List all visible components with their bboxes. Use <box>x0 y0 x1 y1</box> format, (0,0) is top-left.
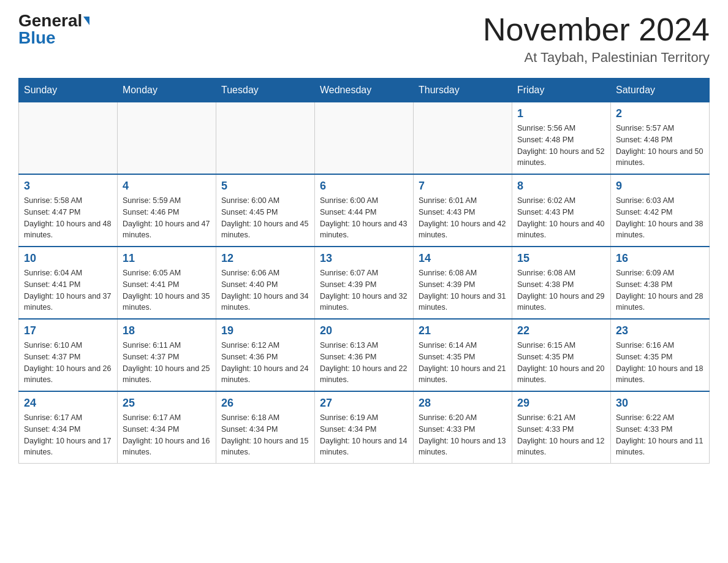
day-number: 10 <box>24 252 112 265</box>
calendar-week-row: 10Sunrise: 6:04 AMSunset: 4:41 PMDayligh… <box>19 247 710 319</box>
day-number: 17 <box>24 324 112 337</box>
calendar-cell: 3Sunrise: 5:58 AMSunset: 4:47 PMDaylight… <box>19 174 118 247</box>
day-info: Sunrise: 6:20 AMSunset: 4:33 PMDaylight:… <box>419 412 507 458</box>
calendar-cell: 30Sunrise: 6:22 AMSunset: 4:33 PMDayligh… <box>611 391 710 464</box>
day-number: 16 <box>616 252 704 265</box>
day-info: Sunrise: 6:07 AMSunset: 4:39 PMDaylight:… <box>320 267 408 313</box>
calendar-cell: 1Sunrise: 5:56 AMSunset: 4:48 PMDaylight… <box>512 102 611 175</box>
day-info: Sunrise: 6:08 AMSunset: 4:39 PMDaylight:… <box>419 267 507 313</box>
day-number: 20 <box>320 324 408 337</box>
calendar-cell: 27Sunrise: 6:19 AMSunset: 4:34 PMDayligh… <box>315 391 414 464</box>
day-number: 8 <box>517 180 605 193</box>
calendar-week-row: 24Sunrise: 6:17 AMSunset: 4:34 PMDayligh… <box>19 391 710 464</box>
day-info: Sunrise: 6:01 AMSunset: 4:43 PMDaylight:… <box>419 195 507 241</box>
day-info: Sunrise: 6:13 AMSunset: 4:36 PMDaylight:… <box>320 340 408 386</box>
calendar-cell <box>118 102 216 175</box>
logo-arrow-icon <box>83 17 89 25</box>
day-number: 5 <box>221 180 309 193</box>
day-info: Sunrise: 6:02 AMSunset: 4:43 PMDaylight:… <box>517 195 605 241</box>
day-info: Sunrise: 6:11 AMSunset: 4:37 PMDaylight:… <box>123 340 211 386</box>
day-info: Sunrise: 6:21 AMSunset: 4:33 PMDaylight:… <box>517 412 605 458</box>
calendar-cell: 29Sunrise: 6:21 AMSunset: 4:33 PMDayligh… <box>512 391 611 464</box>
calendar-cell: 26Sunrise: 6:18 AMSunset: 4:34 PMDayligh… <box>216 391 315 464</box>
day-number: 11 <box>123 252 211 265</box>
title-section: November 2024 At Taybah, Palestinian Ter… <box>483 12 710 66</box>
weekday-header-tuesday: Tuesday <box>216 79 315 102</box>
day-info: Sunrise: 6:19 AMSunset: 4:34 PMDaylight:… <box>320 412 408 458</box>
day-number: 22 <box>517 324 605 337</box>
day-number: 6 <box>320 180 408 193</box>
day-info: Sunrise: 6:18 AMSunset: 4:34 PMDaylight:… <box>221 412 309 458</box>
calendar-cell <box>315 102 414 175</box>
calendar-week-row: 3Sunrise: 5:58 AMSunset: 4:47 PMDaylight… <box>19 174 710 247</box>
day-info: Sunrise: 6:00 AMSunset: 4:45 PMDaylight:… <box>221 195 309 241</box>
day-number: 12 <box>221 252 309 265</box>
calendar-cell: 5Sunrise: 6:00 AMSunset: 4:45 PMDaylight… <box>216 174 315 247</box>
calendar-cell: 24Sunrise: 6:17 AMSunset: 4:34 PMDayligh… <box>19 391 118 464</box>
weekday-header-saturday: Saturday <box>611 79 710 102</box>
calendar-cell: 21Sunrise: 6:14 AMSunset: 4:35 PMDayligh… <box>414 319 512 391</box>
day-number: 14 <box>419 252 507 265</box>
weekday-header-wednesday: Wednesday <box>315 79 414 102</box>
day-info: Sunrise: 5:56 AMSunset: 4:48 PMDaylight:… <box>517 123 605 169</box>
calendar-cell: 15Sunrise: 6:08 AMSunset: 4:38 PMDayligh… <box>512 247 611 319</box>
calendar-cell: 28Sunrise: 6:20 AMSunset: 4:33 PMDayligh… <box>414 391 512 464</box>
day-info: Sunrise: 6:15 AMSunset: 4:35 PMDaylight:… <box>517 340 605 386</box>
calendar-cell <box>19 102 118 175</box>
day-info: Sunrise: 6:22 AMSunset: 4:33 PMDaylight:… <box>616 412 704 458</box>
logo-blue-text: Blue <box>18 29 56 47</box>
day-info: Sunrise: 6:12 AMSunset: 4:36 PMDaylight:… <box>221 340 309 386</box>
day-number: 2 <box>616 107 704 120</box>
day-number: 7 <box>419 180 507 193</box>
day-number: 9 <box>616 180 704 193</box>
day-number: 24 <box>24 397 112 410</box>
calendar-cell <box>216 102 315 175</box>
day-number: 4 <box>123 180 211 193</box>
day-info: Sunrise: 6:08 AMSunset: 4:38 PMDaylight:… <box>517 267 605 313</box>
day-info: Sunrise: 6:14 AMSunset: 4:35 PMDaylight:… <box>419 340 507 386</box>
calendar-cell: 7Sunrise: 6:01 AMSunset: 4:43 PMDaylight… <box>414 174 512 247</box>
day-info: Sunrise: 6:00 AMSunset: 4:44 PMDaylight:… <box>320 195 408 241</box>
calendar-cell: 12Sunrise: 6:06 AMSunset: 4:40 PMDayligh… <box>216 247 315 319</box>
day-number: 29 <box>517 397 605 410</box>
logo-general-text: General <box>18 12 82 29</box>
calendar-cell: 8Sunrise: 6:02 AMSunset: 4:43 PMDaylight… <box>512 174 611 247</box>
day-number: 26 <box>221 397 309 410</box>
day-info: Sunrise: 6:05 AMSunset: 4:41 PMDaylight:… <box>123 267 211 313</box>
day-number: 28 <box>419 397 507 410</box>
day-number: 13 <box>320 252 408 265</box>
day-info: Sunrise: 5:59 AMSunset: 4:46 PMDaylight:… <box>123 195 211 241</box>
location-title: At Taybah, Palestinian Territory <box>483 50 710 66</box>
weekday-header-row: SundayMondayTuesdayWednesdayThursdayFrid… <box>19 79 710 102</box>
weekday-header-monday: Monday <box>118 79 216 102</box>
day-number: 23 <box>616 324 704 337</box>
calendar-cell: 14Sunrise: 6:08 AMSunset: 4:39 PMDayligh… <box>414 247 512 319</box>
day-number: 19 <box>221 324 309 337</box>
day-info: Sunrise: 6:10 AMSunset: 4:37 PMDaylight:… <box>24 340 112 386</box>
month-title: November 2024 <box>483 12 710 47</box>
day-number: 27 <box>320 397 408 410</box>
day-info: Sunrise: 6:17 AMSunset: 4:34 PMDaylight:… <box>123 412 211 458</box>
calendar-cell: 22Sunrise: 6:15 AMSunset: 4:35 PMDayligh… <box>512 319 611 391</box>
day-info: Sunrise: 5:58 AMSunset: 4:47 PMDaylight:… <box>24 195 112 241</box>
calendar-cell: 9Sunrise: 6:03 AMSunset: 4:42 PMDaylight… <box>611 174 710 247</box>
calendar-cell: 18Sunrise: 6:11 AMSunset: 4:37 PMDayligh… <box>118 319 216 391</box>
calendar-cell: 6Sunrise: 6:00 AMSunset: 4:44 PMDaylight… <box>315 174 414 247</box>
calendar-cell: 13Sunrise: 6:07 AMSunset: 4:39 PMDayligh… <box>315 247 414 319</box>
weekday-header-sunday: Sunday <box>19 79 118 102</box>
page-header: General Blue November 2024 At Taybah, Pa… <box>18 12 710 66</box>
day-info: Sunrise: 6:04 AMSunset: 4:41 PMDaylight:… <box>24 267 112 313</box>
calendar-cell: 23Sunrise: 6:16 AMSunset: 4:35 PMDayligh… <box>611 319 710 391</box>
day-info: Sunrise: 6:06 AMSunset: 4:40 PMDaylight:… <box>221 267 309 313</box>
day-number: 21 <box>419 324 507 337</box>
day-number: 30 <box>616 397 704 410</box>
calendar-cell: 11Sunrise: 6:05 AMSunset: 4:41 PMDayligh… <box>118 247 216 319</box>
day-number: 25 <box>123 397 211 410</box>
day-number: 15 <box>517 252 605 265</box>
day-info: Sunrise: 5:57 AMSunset: 4:48 PMDaylight:… <box>616 123 704 169</box>
day-info: Sunrise: 6:03 AMSunset: 4:42 PMDaylight:… <box>616 195 704 241</box>
day-info: Sunrise: 6:09 AMSunset: 4:38 PMDaylight:… <box>616 267 704 313</box>
weekday-header-friday: Friday <box>512 79 611 102</box>
logo: General Blue <box>18 12 89 47</box>
calendar-table: SundayMondayTuesdayWednesdayThursdayFrid… <box>18 78 710 464</box>
